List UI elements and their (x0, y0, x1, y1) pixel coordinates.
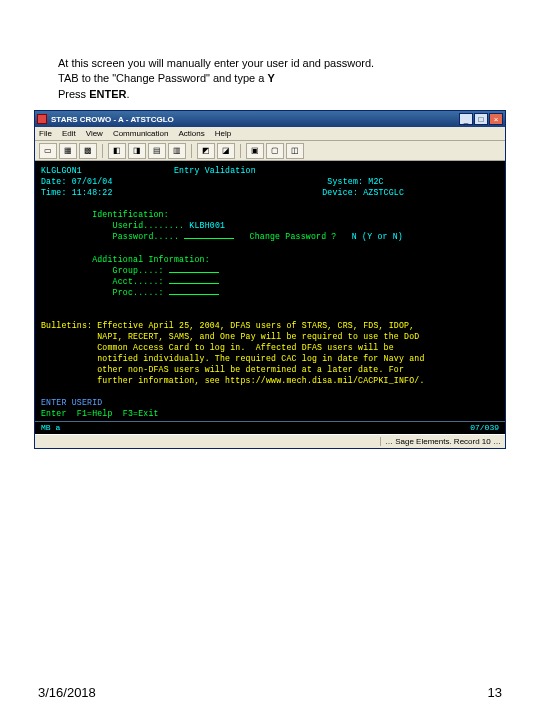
bulletins-text: Effective April 25, 2004, DFAS users of … (41, 321, 425, 385)
toolbtn-4[interactable]: ◧ (108, 143, 126, 159)
toolbar-sep (102, 144, 103, 158)
toolbtn-12[interactable]: ◫ (286, 143, 304, 159)
userid-value[interactable]: KLBH001 (189, 221, 225, 230)
titlebar: STARS CROWO - A - ATSTCGLO _ □ × (35, 111, 505, 127)
password-label: Password..... (113, 232, 179, 241)
menu-edit[interactable]: Edit (62, 129, 76, 138)
toolbtn-6[interactable]: ▤ (148, 143, 166, 159)
maximize-button[interactable]: □ (474, 113, 488, 125)
window-statusbar: … Sage Elements. Record 10 … (35, 434, 505, 448)
help-line: Enter F1=Help F3=Exit (41, 409, 159, 418)
change-password-value[interactable]: N (Y or N) (352, 232, 403, 241)
time-label: Time: 11:48:22 (41, 188, 113, 197)
group-label: Group....: (113, 266, 164, 275)
window-title: STARS CROWO - A - ATSTCGLO (51, 115, 459, 124)
status-left: MB a (41, 423, 60, 432)
terminal-screen[interactable]: KLGLGON1 Entry Validation Date: 07/01/04… (35, 161, 505, 421)
menu-communication[interactable]: Communication (113, 129, 169, 138)
terminal-status: MB a 07/039 (35, 421, 505, 434)
userid-label: Userid........ (113, 221, 185, 230)
password-input[interactable] (184, 238, 234, 239)
instruction-text: At this screen you will manually enter y… (58, 56, 374, 102)
toolbar-sep-3 (240, 144, 241, 158)
identification-label: Identification: (92, 210, 169, 219)
toolbar-sep-2 (191, 144, 192, 158)
close-button[interactable]: × (489, 113, 503, 125)
app-icon (37, 114, 47, 124)
bulletins-label: Bulletins: (41, 321, 92, 330)
acct-label: Acct.....: (113, 277, 164, 286)
additional-info-label: Additional Information: (92, 255, 210, 264)
device-label: Device: AZSTCGLC (322, 188, 404, 197)
date-label: Date: 07/01/04 (41, 177, 113, 186)
toolbtn-5[interactable]: ◨ (128, 143, 146, 159)
instruction-line-1: At this screen you will manually enter y… (58, 56, 374, 71)
footer-date: 3/16/2018 (38, 685, 96, 700)
group-input[interactable] (169, 272, 219, 273)
system-label: System: M2C (327, 177, 383, 186)
screen-id: KLGLGON1 (41, 166, 82, 175)
instruction-line-2: TAB to the "Change Password" and type a … (58, 71, 374, 86)
menu-actions[interactable]: Actions (178, 129, 204, 138)
menu-view[interactable]: View (86, 129, 103, 138)
proc-input[interactable] (169, 294, 219, 295)
toolbtn-9[interactable]: ◪ (217, 143, 235, 159)
terminal-window: STARS CROWO - A - ATSTCGLO _ □ × File Ed… (34, 110, 506, 449)
toolbar: ▭ ▦ ▩ ◧ ◨ ▤ ▥ ◩ ◪ ▣ ▢ ◫ (35, 141, 505, 161)
toolbtn-2[interactable]: ▦ (59, 143, 77, 159)
cursor-position: 07/039 (470, 423, 499, 432)
proc-label: Proc.....: (113, 288, 164, 297)
toolbtn-3[interactable]: ▩ (79, 143, 97, 159)
toolbtn-7[interactable]: ▥ (168, 143, 186, 159)
footer-page: 13 (488, 685, 502, 700)
change-password-label: Change Password ? (250, 232, 337, 241)
minimize-button[interactable]: _ (459, 113, 473, 125)
screen-title: Entry Validation (174, 166, 256, 175)
menu-file[interactable]: File (39, 129, 52, 138)
toolbtn-8[interactable]: ◩ (197, 143, 215, 159)
toolbtn-10[interactable]: ▣ (246, 143, 264, 159)
toolbtn-1[interactable]: ▭ (39, 143, 57, 159)
status-seg: … Sage Elements. Record 10 … (380, 437, 501, 446)
prompt-line: ENTER USERID (41, 398, 102, 407)
instruction-line-3: Press ENTER. (58, 87, 374, 102)
acct-input[interactable] (169, 283, 219, 284)
toolbtn-11[interactable]: ▢ (266, 143, 284, 159)
menubar: File Edit View Communication Actions Hel… (35, 127, 505, 141)
menu-help[interactable]: Help (215, 129, 231, 138)
